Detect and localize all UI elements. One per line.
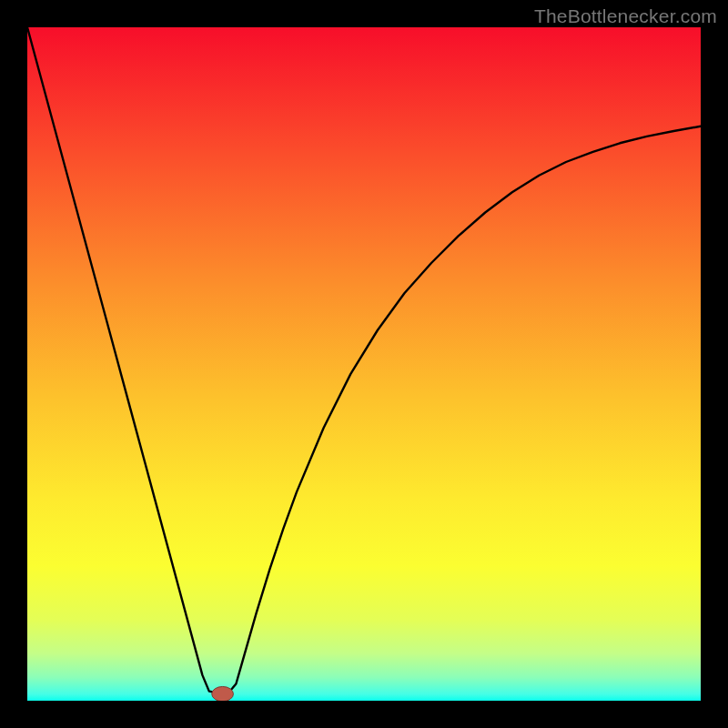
optimum-marker: [212, 686, 234, 701]
plot-area: [27, 27, 701, 701]
gradient-background: [27, 27, 701, 701]
chart-frame: TheBottlenecker.com: [0, 0, 728, 728]
watermark-text: TheBottlenecker.com: [534, 5, 717, 27]
chart-svg: [27, 27, 701, 701]
